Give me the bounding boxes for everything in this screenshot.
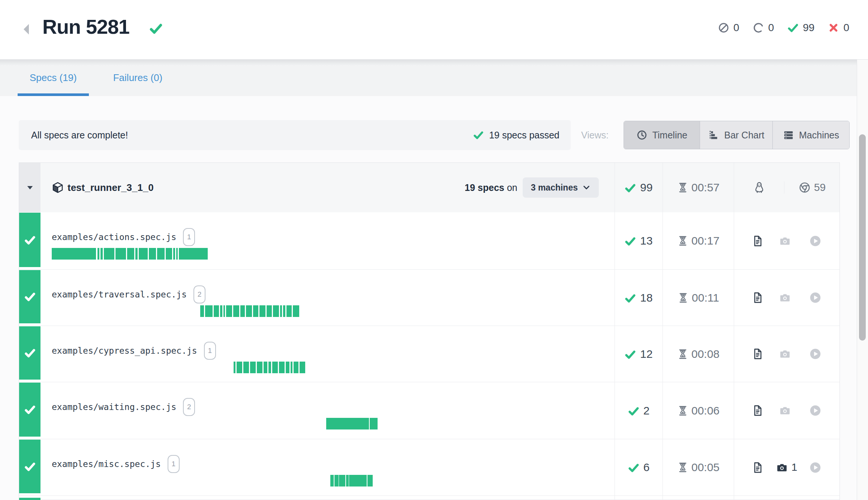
check-icon <box>24 404 36 415</box>
spec-name: examples/traversal.spec.js <box>52 290 187 299</box>
tab-specs[interactable]: Specs (19) <box>18 60 89 96</box>
machines-dropdown[interactable]: 3 machines <box>523 177 599 198</box>
passed-status-fill <box>19 383 40 437</box>
timeline-segment <box>127 248 134 260</box>
hourglass-icon <box>678 292 689 303</box>
timeline-segment <box>115 248 126 260</box>
timeline-segment <box>334 475 339 486</box>
timeline-segment <box>267 305 272 317</box>
spec-artifacts-cell <box>734 270 840 326</box>
timeline-segment <box>250 362 256 373</box>
timeline-segment <box>257 362 262 373</box>
spec-status-cell <box>19 326 40 382</box>
tab-failures[interactable]: Failures (0) <box>101 60 174 96</box>
run-page: Run 5281 0 0 99 <box>0 0 868 500</box>
spec-title: examples/waiting.spec.js 2 <box>52 396 195 417</box>
spec-duration: 00:06 <box>691 404 720 417</box>
timeline-segment <box>237 362 242 373</box>
prohibited-icon <box>718 22 729 33</box>
spec-title: examples/actions.spec.js 1 <box>52 227 195 248</box>
timeline-segment <box>214 305 219 317</box>
spec-main-cell: examples/waiting.spec.js 2 <box>40 382 615 439</box>
timeline-segment <box>176 248 178 260</box>
timeline-segment <box>157 248 165 260</box>
timeline-view-button[interactable]: Timeline <box>624 121 700 149</box>
stdout-document-icon[interactable] <box>751 461 764 474</box>
timeline-segment <box>173 248 175 260</box>
spec-main-cell: examples/misc.spec.js 1 <box>40 439 615 495</box>
spec-passed-cell: 13 <box>615 212 663 269</box>
stdout-document-icon[interactable] <box>751 235 764 247</box>
group-name: test_runner_3_1_0 <box>67 182 154 194</box>
check-icon <box>628 462 639 473</box>
timeline-segment <box>205 305 213 317</box>
machine-badge: 1 <box>183 228 195 246</box>
stdout-document-icon[interactable] <box>751 348 764 360</box>
timeline-segment <box>349 475 367 486</box>
bar-chart-view-button[interactable]: Bar Chart <box>700 121 772 149</box>
back-button[interactable] <box>21 23 31 36</box>
spec-row[interactable]: examples/cypress_api.spec.js 1 12 00:08 <box>19 326 840 382</box>
group-browser-cell: 59 <box>784 182 840 194</box>
spec-row[interactable]: examples/waiting.spec.js 2 2 00:06 <box>19 382 840 439</box>
spec-artifacts-cell: 1 <box>734 439 840 495</box>
spec-duration-cell: 00:06 <box>663 382 734 439</box>
camera-icon <box>779 348 791 360</box>
status-message: All specs are complete! <box>31 130 128 141</box>
tab-bar: Specs (19) Failures (0) <box>0 60 857 96</box>
timeline-segment <box>179 248 208 260</box>
check-icon <box>625 182 635 193</box>
bar-chart-view-label: Bar Chart <box>724 130 765 141</box>
timeline-segment <box>283 305 285 317</box>
spec-passed-count: 2 <box>643 404 650 417</box>
group-collapse-toggle[interactable] <box>19 163 40 212</box>
check-icon <box>24 347 36 359</box>
timeline-segment <box>233 305 239 317</box>
browser-version: 59 <box>814 182 826 194</box>
passed-status-fill <box>19 326 40 380</box>
camera-icon[interactable] <box>776 461 788 474</box>
spec-duration-cell: 00:05 <box>663 439 734 495</box>
group-os-cell <box>734 163 784 212</box>
stat-pending: 0 <box>753 22 774 34</box>
hourglass-icon <box>677 348 688 360</box>
views-label: Views: <box>581 130 609 141</box>
spec-name: examples/waiting.spec.js <box>52 402 176 412</box>
timeline-segment <box>104 248 114 260</box>
hourglass-icon <box>677 405 688 416</box>
timeline-segment <box>100 248 103 260</box>
spec-duration: 00:05 <box>691 461 720 474</box>
group-passed-count: 99 <box>640 181 652 194</box>
spec-passed-count: 12 <box>640 348 652 360</box>
timeline-segment <box>243 362 249 373</box>
play-video-icon <box>809 404 822 417</box>
timeline-segment <box>139 248 148 260</box>
timeline-segment <box>268 362 271 373</box>
stat-pending-value: 0 <box>768 22 774 34</box>
check-icon <box>625 236 635 246</box>
spec-passed-count: 18 <box>640 291 652 304</box>
stdout-document-icon[interactable] <box>751 291 764 304</box>
spec-duration-cell: 00:17 <box>663 212 734 269</box>
run-passed-check-icon <box>149 22 163 35</box>
spec-passed-cell: 12 <box>615 326 663 382</box>
timeline-view-label: Timeline <box>652 130 688 141</box>
machines-view-button[interactable]: Machines <box>772 121 849 149</box>
page-title: Run 5281 <box>42 15 129 38</box>
screenshot-count: 1 <box>792 461 798 473</box>
machines-dropdown-label: 3 machines <box>531 183 578 193</box>
timeline-segment <box>330 475 334 486</box>
spec-status-cell <box>19 439 40 495</box>
stdout-document-icon[interactable] <box>751 404 764 417</box>
table-row <box>19 495 840 500</box>
spec-name: examples/cypress_api.spec.js <box>52 346 197 356</box>
scrollbar-thumb[interactable] <box>859 134 866 341</box>
passed-summary-label: 19 specs passed <box>489 130 559 141</box>
status-banner: All specs are complete! 19 specs passed <box>19 120 571 150</box>
spec-duration-cell: 00:11 <box>663 270 734 326</box>
spec-row[interactable]: examples/actions.spec.js 1 13 00:17 <box>19 212 840 269</box>
spec-main-cell: examples/actions.spec.js 1 <box>40 212 615 269</box>
spec-row[interactable]: examples/misc.spec.js 1 6 00:05 1 <box>19 439 840 495</box>
timeline-segment <box>294 362 298 373</box>
spec-row[interactable]: examples/traversal.spec.js 2 18 00:11 <box>19 269 840 326</box>
